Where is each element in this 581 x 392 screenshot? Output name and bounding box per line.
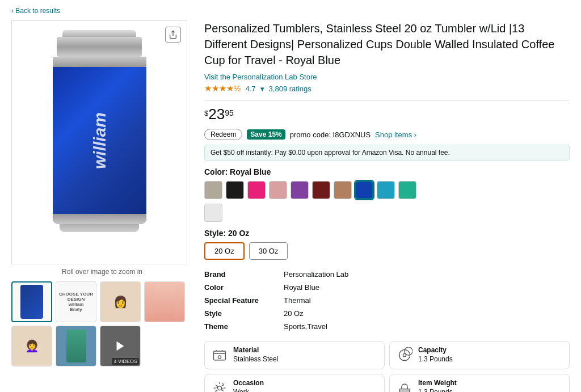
product-info: Personalized Tumblers, Stainless Steel 2… bbox=[204, 20, 570, 392]
material-icon bbox=[210, 346, 229, 364]
thumb-2[interactable]: CHOOSE YOUR DESIGNwilliamEmily bbox=[56, 281, 96, 322]
spec-style-key: Style bbox=[204, 307, 284, 320]
rating-number[interactable]: 4.7 bbox=[246, 85, 256, 93]
price-row: $2395 bbox=[204, 106, 570, 123]
video-count: 4 VIDEOS bbox=[112, 358, 139, 365]
price-cents: 95 bbox=[225, 108, 234, 117]
save-badge: Save 15% bbox=[247, 129, 285, 140]
style-options: 20 Oz 30 Oz bbox=[204, 242, 570, 260]
feature-material: Material Stainless Steel bbox=[204, 341, 385, 369]
feature-capacity: Capacity 1.3 Pounds bbox=[389, 341, 570, 369]
thumb-video[interactable]: 4 VIDEOS bbox=[100, 326, 141, 366]
spec-color-key: Color bbox=[204, 281, 284, 294]
style-30oz[interactable]: 30 Oz bbox=[249, 242, 288, 260]
promo-row: Redeem Save 15% promo code: I8GDXNUS Sho… bbox=[204, 129, 570, 140]
main-content: william Roll over image to zoom in CHOOS… bbox=[11, 20, 570, 392]
rating-row: ★★★★½ 4.7 ▾ 3,809 ratings bbox=[204, 83, 570, 94]
spec-color: Color Royal Blue bbox=[204, 281, 570, 294]
spec-style-value: 20 Oz bbox=[284, 307, 570, 320]
thumb-1[interactable] bbox=[11, 281, 52, 322]
page-container: Back to results bbox=[0, 0, 581, 392]
spec-feature-value: Thermal bbox=[284, 294, 570, 307]
swatch-white[interactable] bbox=[204, 204, 222, 222]
product-title: Personalized Tumblers, Stainless Steel 2… bbox=[204, 20, 570, 68]
spec-feature: Special Feature Thermal bbox=[204, 294, 570, 307]
feature-weight: Item Weight 1.3 Pounds bbox=[389, 374, 570, 392]
thumb-5[interactable]: 👩‍🦱 bbox=[11, 326, 52, 366]
spec-style: Style 20 Oz bbox=[204, 307, 570, 320]
ratings-count[interactable]: 3,809 ratings bbox=[269, 85, 311, 93]
swatch-gray[interactable] bbox=[204, 181, 222, 199]
chevron-down-icon[interactable]: ▾ bbox=[260, 85, 264, 93]
svg-point-5 bbox=[403, 353, 406, 356]
specs-table: Brand Personalization Lab Color Royal Bl… bbox=[204, 268, 570, 333]
spec-brand-key: Brand bbox=[204, 268, 284, 281]
redeem-button[interactable]: Redeem bbox=[204, 129, 242, 140]
occasion-icon bbox=[210, 379, 229, 392]
spec-theme-value: Sports,Travel bbox=[284, 320, 570, 333]
swatch-light-blue[interactable] bbox=[377, 181, 395, 199]
share-icon[interactable] bbox=[165, 27, 181, 43]
swatch-tan[interactable] bbox=[334, 181, 352, 199]
tumbler-name-text: william bbox=[90, 112, 110, 168]
image-section: william Roll over image to zoom in CHOOS… bbox=[11, 20, 193, 392]
svg-point-3 bbox=[218, 356, 221, 359]
back-link[interactable]: Back to results bbox=[11, 7, 60, 15]
svg-point-6 bbox=[218, 386, 222, 390]
price-main: 23 bbox=[208, 106, 225, 123]
swatch-hot-pink[interactable] bbox=[247, 181, 266, 199]
spec-theme: Theme Sports,Travel bbox=[204, 320, 570, 333]
spec-brand: Brand Personalization Lab bbox=[204, 268, 570, 281]
spec-theme-key: Theme bbox=[204, 320, 284, 333]
main-image: william bbox=[11, 20, 187, 264]
color-section: Color: Royal Blue bbox=[204, 167, 570, 222]
visa-offer: Get $50 off instantly: Pay $0.00 upon ap… bbox=[204, 145, 570, 161]
store-link[interactable]: Visit the Personalization Lab Store bbox=[204, 73, 570, 81]
feature-occasion: Occasion Work bbox=[204, 374, 385, 392]
zoom-text: Roll over image to zoom in bbox=[11, 268, 193, 276]
promo-code: promo code: I8GDXNUS bbox=[290, 130, 371, 139]
shop-link[interactable]: Shop items › bbox=[375, 130, 416, 139]
spec-brand-value: Personalization Lab bbox=[284, 268, 570, 281]
spec-color-value: Royal Blue bbox=[284, 281, 570, 294]
swatch-dark-red[interactable] bbox=[312, 181, 330, 199]
style-section: Style: 20 Oz 20 Oz 30 Oz bbox=[204, 229, 570, 260]
color-label: Color: Royal Blue bbox=[204, 167, 570, 176]
divider-1 bbox=[204, 100, 570, 101]
svg-rect-11 bbox=[399, 389, 410, 392]
svg-marker-1 bbox=[117, 342, 124, 351]
style-20oz[interactable]: 20 Oz bbox=[204, 242, 245, 260]
thumbnail-strip: CHOOSE YOUR DESIGNwilliamEmily 👩 👩‍🦱 bbox=[11, 281, 193, 366]
thumb-4[interactable] bbox=[144, 281, 185, 322]
swatch-black[interactable] bbox=[226, 181, 244, 199]
features-grid: Material Stainless Steel bbox=[204, 341, 570, 392]
capacity-icon bbox=[395, 346, 414, 364]
swatch-light-pink[interactable] bbox=[269, 181, 287, 199]
swatch-teal[interactable] bbox=[398, 181, 416, 199]
weight-icon bbox=[395, 379, 414, 392]
style-label: Style: 20 Oz bbox=[204, 229, 570, 238]
swatch-royal-blue[interactable] bbox=[355, 181, 373, 199]
swatch-purple[interactable] bbox=[290, 181, 309, 199]
color-swatches bbox=[204, 181, 570, 199]
star-rating: ★★★★½ bbox=[204, 83, 241, 94]
thumb-6[interactable] bbox=[56, 326, 96, 366]
thumb-3[interactable]: 👩 bbox=[100, 281, 141, 322]
spec-feature-key: Special Feature bbox=[204, 294, 284, 307]
